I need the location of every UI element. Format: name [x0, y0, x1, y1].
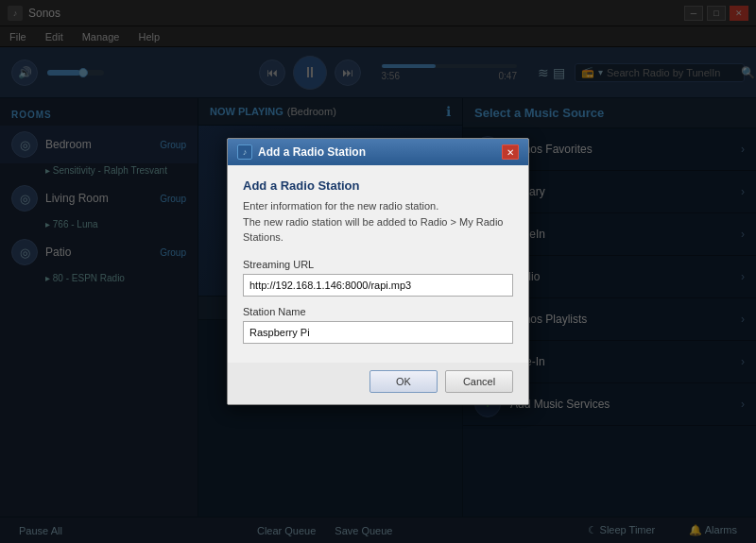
dialog-body: Add a Radio Station Enter information fo… — [228, 165, 528, 363]
dialog-titlebar: ♪ Add a Radio Station ✕ — [228, 139, 528, 165]
streaming-url-label: Streaming URL — [243, 259, 513, 270]
dialog-icon: ♪ — [237, 144, 252, 160]
dialog-close-button[interactable]: ✕ — [502, 144, 519, 160]
dialog-footer: OK Cancel — [228, 363, 528, 404]
dialog-description: Enter information for the new radio stat… — [243, 198, 513, 246]
streaming-url-input[interactable] — [243, 274, 513, 297]
station-name-label: Station Name — [243, 306, 513, 317]
ok-button[interactable]: OK — [369, 370, 438, 393]
add-radio-station-dialog: ♪ Add a Radio Station ✕ Add a Radio Stat… — [227, 138, 529, 405]
dialog-overlay: ♪ Add a Radio Station ✕ Add a Radio Stat… — [0, 0, 756, 543]
cancel-button[interactable]: Cancel — [445, 370, 513, 393]
station-name-input[interactable] — [243, 321, 513, 344]
dialog-title-text: Add a Radio Station — [258, 145, 366, 159]
dialog-heading: Add a Radio Station — [243, 178, 513, 193]
dialog-title-left: ♪ Add a Radio Station — [237, 144, 366, 160]
